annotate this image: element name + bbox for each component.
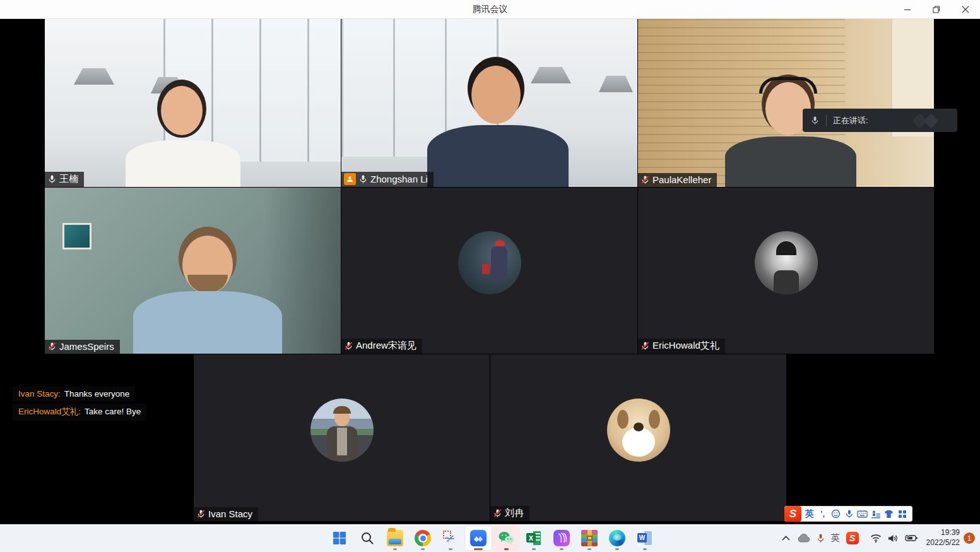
participant-tile-jamesspeirs[interactable]: JamesSpeirs <box>45 188 341 354</box>
restore-button[interactable] <box>922 0 951 19</box>
screen: 腾讯会议 王楠 <box>0 0 980 552</box>
participant-tile-liuran[interactable]: 刘冉 <box>490 354 786 521</box>
avatar-hair <box>333 406 351 414</box>
battery-charging-icon[interactable] <box>902 524 921 552</box>
edge-button[interactable] <box>603 525 631 551</box>
meeting-watermark-icon <box>909 113 947 128</box>
participant-name: JamesSpeirs <box>59 341 114 352</box>
punctuation-icon[interactable]: ’, <box>816 507 829 521</box>
tray-time: 19:39 <box>926 528 960 538</box>
participant-name: EricHowald艾礼 <box>652 340 719 352</box>
headset-icon <box>759 77 817 93</box>
person-face <box>161 86 203 135</box>
start-button[interactable] <box>326 525 353 551</box>
mic-on-icon <box>47 174 57 184</box>
ime-mode-toggle[interactable]: 英 <box>803 507 816 521</box>
avatar <box>755 231 818 294</box>
person-beard <box>187 275 228 292</box>
wechat-icon <box>498 530 514 546</box>
participant-name: PaulaKelleher <box>652 174 711 185</box>
mic-muted-icon <box>196 509 206 519</box>
person-body <box>427 125 569 187</box>
chat-sender: EricHowald艾礼: <box>18 407 81 416</box>
onedrive-cloud-icon[interactable] <box>793 524 813 552</box>
tray-ime-mode[interactable]: 英 <box>828 524 843 552</box>
volume-icon[interactable] <box>885 524 902 552</box>
divider <box>826 115 827 126</box>
chat-message: Ivan Stacy:Thanks everyone <box>13 387 135 402</box>
chat-message: EricHowald艾礼:Take care! Bye <box>13 404 146 421</box>
name-label: 刘冉 <box>490 506 529 521</box>
participant-tile-andrew[interactable]: Andrew宋谙见 <box>341 188 637 354</box>
winrar-icon <box>581 530 598 546</box>
toolbox-icon[interactable] <box>895 507 909 521</box>
sogou-tray-icon[interactable]: S <box>843 524 862 552</box>
avatar-figure <box>491 246 507 279</box>
skin-icon[interactable] <box>882 507 895 521</box>
participant-name: 王楠 <box>59 173 78 185</box>
search-button[interactable] <box>353 525 381 551</box>
media-app-icon <box>553 530 570 546</box>
snipping-tool-button[interactable]: ✂ <box>437 525 464 551</box>
participant-tile-paulakelleher[interactable]: PaulaKelleher <box>638 19 934 187</box>
snipping-tool-icon: ✂ <box>442 530 459 546</box>
avatar-hair <box>776 241 796 255</box>
mic-icon <box>810 116 820 125</box>
titlebar: 腾讯会议 <box>0 0 980 19</box>
lamp <box>531 67 571 83</box>
mic-in-use-icon[interactable] <box>813 524 828 552</box>
tencent-meeting-button[interactable] <box>464 525 492 551</box>
person-body <box>126 140 240 187</box>
name-label: Zhongshan Li <box>341 172 434 187</box>
emoji-icon[interactable] <box>829 507 842 521</box>
tencent-meeting-icon <box>470 530 487 546</box>
participant-tile-ivanstacy[interactable]: Ivan Stacy <box>194 354 490 521</box>
minimize-button[interactable] <box>893 0 922 19</box>
clock[interactable]: 19:39 2022/5/22 <box>921 528 964 548</box>
lamp <box>74 68 114 85</box>
excel-button[interactable]: X <box>520 525 548 551</box>
typing-mode-icon[interactable] <box>869 507 882 521</box>
search-icon <box>360 531 375 546</box>
chat-sender: Ivan Stacy: <box>18 389 61 399</box>
file-explorer-button[interactable] <box>381 525 409 551</box>
sogou-logo-icon[interactable]: S <box>784 506 801 522</box>
chrome-icon <box>415 530 431 546</box>
name-label: Andrew宋谙见 <box>341 339 422 354</box>
chrome-button[interactable] <box>409 525 437 551</box>
person-face <box>471 66 521 124</box>
avatar <box>310 399 374 462</box>
speaking-banner: 正在讲话: <box>803 109 957 132</box>
close-button[interactable] <box>951 0 980 19</box>
minimize-icon <box>904 6 911 13</box>
participant-name: Ivan Stacy <box>208 508 252 519</box>
participant-tile-erichowald[interactable]: EricHowald艾礼 <box>638 188 934 354</box>
close-icon <box>962 6 969 13</box>
avatar-scarf <box>337 428 347 455</box>
mic-muted-icon <box>493 508 502 518</box>
word-button[interactable]: W <box>631 525 659 551</box>
media-app-button[interactable] <box>548 525 576 551</box>
person-body <box>725 136 856 187</box>
wifi-icon[interactable] <box>867 524 885 552</box>
wechat-button[interactable] <box>492 525 520 551</box>
picture-frame <box>62 223 92 249</box>
name-label: JamesSpeirs <box>45 340 120 354</box>
voice-input-icon[interactable] <box>842 507 856 521</box>
windows-start-icon <box>332 531 347 546</box>
file-explorer-icon <box>387 530 403 546</box>
word-icon: W <box>637 530 653 546</box>
notification-badge[interactable]: 1 <box>964 532 975 544</box>
window-controls <box>893 0 980 19</box>
system-tray: 英 S 19:39 2022/5/22 1 <box>779 524 977 552</box>
participant-tile-wangnan[interactable]: 王楠 <box>45 19 341 187</box>
mic-muted-icon <box>641 341 650 351</box>
keyboard-icon[interactable] <box>856 507 869 521</box>
participant-tile-zhongshanli[interactable]: Zhongshan Li <box>341 19 637 187</box>
tray-chevron-up-icon[interactable] <box>779 524 793 552</box>
participant-name: 刘冉 <box>505 507 524 519</box>
avatar-shoulders <box>774 270 799 294</box>
chat-text: Take care! Bye <box>85 407 141 416</box>
avatar <box>458 231 521 294</box>
winrar-button[interactable] <box>576 525 603 551</box>
